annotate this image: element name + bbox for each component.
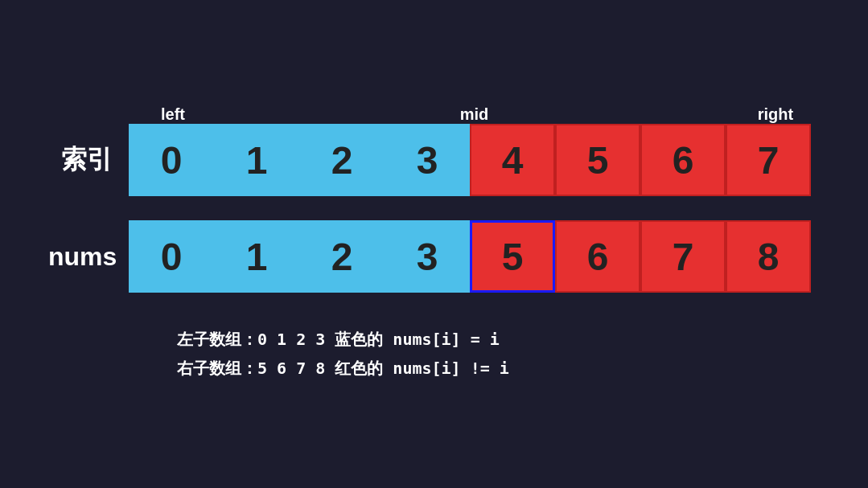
nums-cell-1: 1 [214, 220, 299, 293]
nums-row: nums 01235678 [48, 220, 820, 293]
index-cell-3: 3 [385, 124, 470, 196]
nums-cells: 01235678 [129, 220, 811, 293]
nums-row-label: nums [48, 242, 129, 272]
index-row-label: 索引 [48, 142, 129, 178]
index-row: 索引 01234567 [48, 124, 820, 196]
nums-cell-6: 7 [640, 220, 726, 293]
index-cell-1: 1 [214, 124, 299, 196]
main-container: left mid right 索引 01234567 nums 01235678… [0, 0, 868, 488]
index-cell-4: 4 [470, 124, 555, 196]
index-cells: 01234567 [129, 124, 811, 196]
index-cell-2: 2 [299, 124, 385, 196]
description: 左子数组：0 1 2 3 蓝色的 nums[i] = i 右子数组：5 6 7 … [177, 325, 509, 383]
nums-cell-2: 2 [299, 220, 385, 293]
index-cell-6: 6 [640, 124, 726, 196]
index-cell-5: 5 [555, 124, 640, 196]
desc-line1: 左子数组：0 1 2 3 蓝色的 nums[i] = i [177, 325, 509, 354]
desc-line2: 右子数组：5 6 7 8 红色的 nums[i] != i [177, 354, 509, 383]
nums-cell-0: 0 [129, 220, 214, 293]
label-mid: mid [432, 105, 517, 124]
label-left: left [130, 105, 216, 124]
nums-cell-5: 6 [555, 220, 640, 293]
label-right: right [733, 105, 818, 124]
index-cell-0: 0 [129, 124, 214, 196]
nums-cell-4: 5 [470, 220, 555, 293]
top-labels-row: left mid right [130, 105, 818, 124]
nums-cell-7: 8 [726, 220, 811, 293]
nums-cell-3: 3 [385, 220, 470, 293]
index-cell-7: 7 [726, 124, 811, 196]
